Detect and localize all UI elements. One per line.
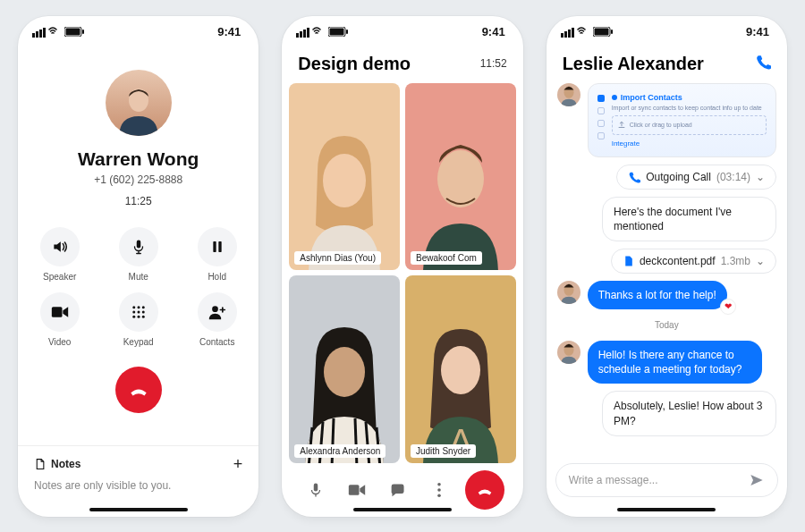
- contact-avatar: [557, 281, 580, 304]
- status-icons: [32, 27, 84, 38]
- svg-rect-24: [303, 30, 306, 38]
- status-bar: 9:41: [282, 16, 522, 48]
- svg-rect-51: [611, 30, 613, 34]
- participant-name: Ashlynn Dias (You): [294, 251, 381, 265]
- date-separator: Today: [557, 320, 776, 330]
- svg-rect-47: [568, 30, 571, 38]
- mic-icon: [131, 238, 147, 256]
- mic-icon: [308, 481, 324, 499]
- caller-name: Warren Wong: [78, 148, 199, 170]
- svg-rect-0: [32, 33, 35, 38]
- heart-reaction-icon[interactable]: ❤: [720, 299, 736, 315]
- video-button[interactable]: Video: [32, 292, 88, 347]
- speaker-button[interactable]: Speaker: [32, 227, 88, 282]
- dock-chat-button[interactable]: [383, 475, 413, 505]
- send-icon[interactable]: [749, 473, 765, 487]
- dock-more-button[interactable]: [424, 475, 454, 505]
- note-icon: [34, 458, 46, 470]
- svg-rect-3: [43, 28, 46, 38]
- status-bar: 9:41: [547, 16, 787, 48]
- svg-rect-2: [39, 30, 42, 38]
- notes-panel: Notes + Notes are only visible to you.: [18, 445, 258, 492]
- svg-rect-40: [313, 483, 318, 491]
- import-contacts-card[interactable]: Import Contacts Import or sync contacts …: [588, 83, 776, 157]
- keypad-button[interactable]: Keypad: [111, 292, 166, 347]
- svg-rect-6: [82, 30, 84, 34]
- participant-name: Alexandra Anderson: [294, 444, 386, 458]
- home-indicator[interactable]: [353, 508, 452, 511]
- participant-tile[interactable]: Bewakoof Com: [405, 83, 516, 271]
- meeting-title: Design demo: [298, 54, 411, 74]
- mute-button[interactable]: Mute: [111, 227, 166, 282]
- svg-point-42: [437, 482, 441, 486]
- dock-mic-button[interactable]: [301, 475, 331, 505]
- message-outgoing: Absolutely, Leslie! How about 3 PM?: [602, 391, 776, 435]
- notes-label: Notes: [51, 458, 80, 470]
- keypad-icon: [131, 304, 147, 320]
- chat-title: Leslie Alexander: [563, 54, 704, 74]
- svg-rect-25: [307, 28, 309, 38]
- svg-point-43: [437, 488, 441, 492]
- svg-rect-8: [136, 240, 140, 248]
- svg-point-29: [323, 154, 366, 207]
- call-controls: Speaker Mute Hold Video Keypad Contacts: [32, 227, 245, 347]
- svg-point-17: [141, 310, 144, 313]
- status-icons: [296, 27, 348, 38]
- pause-icon: [210, 239, 225, 255]
- home-indicator[interactable]: [617, 508, 716, 511]
- call-log-chip[interactable]: Outgoing Call (03:14) ⌄: [616, 165, 776, 190]
- call-timer: 11:25: [125, 195, 152, 207]
- participant-tile[interactable]: Ashlynn Dias (You): [289, 83, 400, 271]
- hold-button[interactable]: Hold: [190, 227, 245, 282]
- svg-point-12: [132, 306, 135, 308]
- file-icon: [623, 255, 634, 267]
- svg-point-30: [437, 150, 484, 207]
- svg-point-15: [132, 310, 135, 313]
- contacts-button[interactable]: Contacts: [190, 292, 245, 347]
- phone-chat-screen: 9:41 Leslie Alexander Import Contacts Im…: [547, 16, 787, 517]
- dock-video-button[interactable]: [342, 475, 372, 505]
- phone-call-screen: 9:41 Warren Wong +1 (602) 225-8888 11:25…: [18, 16, 258, 517]
- svg-rect-45: [561, 33, 564, 38]
- svg-rect-28: [346, 30, 348, 34]
- svg-rect-9: [213, 241, 216, 252]
- participant-tile[interactable]: A Judith Snyder: [405, 275, 516, 463]
- chevron-down-icon: ⌄: [756, 255, 765, 267]
- svg-point-13: [137, 306, 140, 308]
- svg-rect-48: [572, 28, 574, 38]
- call-out-icon: [628, 171, 640, 183]
- file-attachment-chip[interactable]: deckcontent.pdf 1.3mb ⌄: [611, 249, 776, 274]
- chevron-down-icon: ⌄: [756, 171, 765, 183]
- hang-up-button[interactable]: [115, 367, 162, 413]
- svg-point-21: [212, 306, 218, 312]
- svg-rect-41: [349, 485, 360, 495]
- phone-down-icon: [127, 378, 150, 401]
- svg-point-14: [141, 306, 144, 308]
- phone-video-meeting: 9:41 Design demo 11:52 Ashlynn Dias (You…: [282, 16, 522, 517]
- message-row: Thanks a lot for the help!❤: [557, 281, 776, 309]
- dock-hangup-button[interactable]: [465, 470, 504, 510]
- svg-rect-11: [52, 307, 63, 317]
- meeting-timer: 11:52: [480, 57, 507, 70]
- home-indicator[interactable]: [89, 508, 188, 511]
- video-icon: [348, 483, 366, 497]
- svg-point-38: [441, 346, 480, 394]
- phone-icon: [755, 54, 771, 70]
- participant-name: Bewakoof Com: [411, 251, 482, 265]
- participant-tile[interactable]: Alexandra Anderson: [289, 275, 400, 463]
- call-contact-button[interactable]: [755, 54, 771, 73]
- status-time: 9:41: [217, 25, 241, 38]
- message-composer[interactable]: Write a message...: [555, 463, 778, 497]
- phone-down-icon: [475, 480, 495, 500]
- contact-avatar: [557, 83, 580, 106]
- add-contact-icon: [208, 304, 226, 320]
- composer-placeholder: Write a message...: [569, 474, 658, 486]
- more-vertical-icon: [436, 482, 442, 498]
- svg-rect-1: [36, 31, 38, 38]
- add-note-button[interactable]: +: [233, 455, 243, 474]
- svg-rect-50: [594, 29, 608, 36]
- status-time: 9:41: [482, 25, 505, 38]
- message-row: Import Contacts Import or sync contacts …: [557, 83, 776, 157]
- notes-hint: Notes are only visible to you.: [34, 479, 242, 492]
- svg-rect-23: [300, 31, 302, 38]
